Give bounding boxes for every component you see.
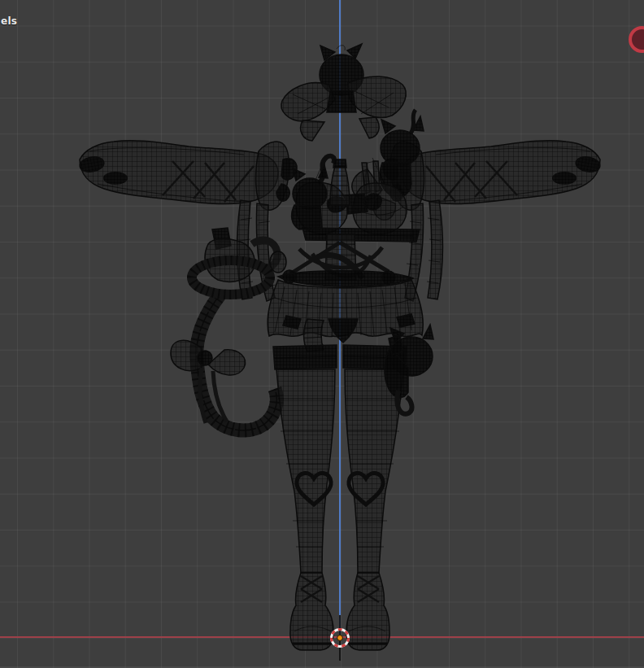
- 3d-cursor: [0, 0, 644, 668]
- viewport-overlay-label: els: [1, 15, 17, 27]
- 3d-viewport[interactable]: els: [0, 0, 644, 668]
- cursor-center-dot: [337, 635, 343, 641]
